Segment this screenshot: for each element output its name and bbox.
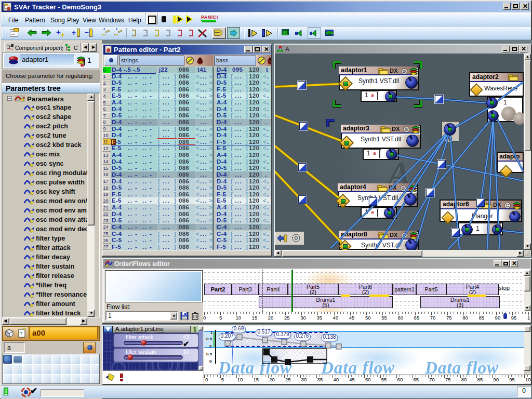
svg-text:8: 8	[295, 236, 297, 240]
svg-text:T: T	[20, 331, 23, 336]
